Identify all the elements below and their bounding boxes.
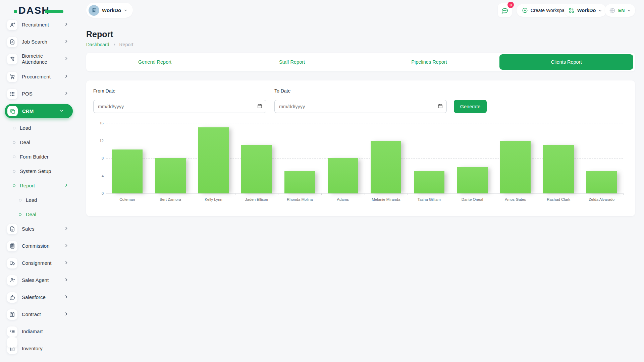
chevron-right-icon (64, 74, 68, 80)
x-axis-category-label: Adams (321, 197, 365, 201)
sidebar-item-indiamart[interactable]: Indiamart (0, 324, 77, 339)
sidebar-item-form-builder[interactable]: Form Builder (0, 150, 77, 164)
sidebar-item-sales[interactable]: Sales (0, 222, 77, 236)
breadcrumb-dashboard-link[interactable]: Dashboard (86, 42, 109, 47)
bar-jaden-ellison[interactable] (241, 145, 272, 193)
bar-adams[interactable] (328, 158, 358, 193)
x-axis-tick (149, 193, 149, 195)
sidebar-item-label: Deal (26, 212, 65, 218)
tab-staff-report[interactable]: Staff Report (223, 53, 361, 71)
app-switcher-label: WorkDo (577, 8, 596, 13)
sidebar-item-label: Report (20, 183, 59, 189)
chevron-down-icon (59, 108, 64, 114)
bullet-icon (13, 156, 15, 158)
sidebar-item-label: Procurement (22, 74, 61, 80)
bullet-icon (13, 141, 15, 144)
sidebar-item-label: System Setup (20, 168, 59, 174)
sidebar-item-system-setup[interactable]: System Setup (0, 164, 77, 178)
sidebar-item-commission[interactable]: Commission (0, 239, 77, 253)
chevron-right-icon (64, 243, 68, 249)
logo-accent-dot (14, 10, 17, 13)
bullet-icon (13, 127, 15, 129)
bullet-icon (19, 213, 21, 216)
x-axis-category-label: Coleman (106, 197, 149, 201)
bar-rashad-clark[interactable] (543, 145, 574, 193)
sidebar-item-deal[interactable]: Deal (0, 207, 77, 222)
x-axis-tick (580, 193, 580, 195)
x-axis-category-label: Amos Gates (494, 197, 537, 201)
y-axis-tick-label: 4 (90, 174, 104, 178)
language-code: EN (618, 8, 625, 13)
sidebar-item-label: Consignment (22, 260, 61, 266)
x-axis-tick (278, 193, 278, 195)
bar-rhonda-molina[interactable] (284, 171, 315, 193)
chevron-right-icon (64, 183, 68, 189)
sidebar-item-crm[interactable]: CRM (5, 104, 73, 118)
bar-bert-zamora[interactable] (155, 158, 185, 193)
x-axis-tick (537, 193, 537, 195)
sidebar-item-sales-agent[interactable]: Sales Agent (0, 273, 77, 287)
file-icon (7, 224, 17, 234)
x-axis-category-label: Melanie Miranda (365, 197, 408, 201)
sidebar-item-label: CRM (22, 108, 62, 114)
bar-zelda-alvarado[interactable] (586, 171, 617, 193)
sidebar-item-label: Sales (22, 226, 61, 232)
workspace-switcher[interactable]: WorkDo (86, 3, 133, 18)
tab-clients-report[interactable]: Clients Report (499, 54, 633, 70)
chevron-down-icon (627, 9, 631, 12)
bar-dante-oneal[interactable] (457, 167, 487, 193)
app-switcher[interactable]: WorkDo (564, 4, 606, 17)
building-icon (91, 7, 97, 13)
create-workspace-label: Create Workspace (531, 8, 570, 13)
x-axis-tick (192, 193, 192, 195)
sidebar-item-label: Form Builder (20, 154, 59, 160)
sidebar-item-pos[interactable]: POS (0, 87, 77, 101)
thumbs-up-icon (7, 292, 17, 303)
list-icon (7, 326, 17, 337)
bar-coleman[interactable] (112, 149, 143, 193)
sidebar-item-consignment[interactable]: Consignment (0, 256, 77, 270)
workspace-avatar (89, 5, 99, 16)
sidebar-item-job-search[interactable]: Job Search (0, 35, 77, 49)
tab-general-report[interactable]: General Report (86, 53, 223, 71)
sidebar-item-label: Deal (20, 139, 59, 145)
sidebar-item-salesforce[interactable]: Salesforce (0, 290, 77, 304)
breadcrumb: Dashboard Report (86, 42, 635, 47)
sidebar-item-label: Lead (20, 125, 59, 131)
bar-amos-gates[interactable] (500, 141, 531, 194)
fingerprint-icon (7, 54, 17, 64)
x-axis-category-label: Rashad Clark (537, 197, 580, 201)
copy-icon (7, 106, 18, 116)
cart-icon (7, 72, 17, 82)
sidebar-item-label: Sales Agent (22, 277, 61, 283)
truck-icon (7, 258, 17, 268)
sidebar-item-procurement[interactable]: Procurement (0, 70, 77, 84)
bar-tasha-gilliam[interactable] (414, 171, 444, 193)
sidebar-item-contract[interactable]: Contract (0, 307, 77, 321)
bar-melanie-miranda[interactable] (371, 141, 401, 194)
x-axis-category-label: Tasha Gilliam (408, 197, 451, 201)
sidebar-item-deal[interactable]: Deal (0, 135, 77, 149)
sidebar-item-lead[interactable]: Lead (0, 193, 77, 207)
language-selector[interactable]: EN (605, 4, 635, 17)
x-axis-category-label: Kelly Lynn (192, 197, 235, 201)
tab-pipelines-report[interactable]: Pipelines Report (361, 53, 498, 71)
sidebar-item-lead[interactable]: Lead (0, 121, 77, 135)
logo-accent-bar (45, 10, 63, 13)
report-card: From Date To Date Generate 0481216Colema… (86, 80, 635, 216)
chevron-right-icon (64, 91, 68, 97)
bar-kelly-lynn[interactable] (198, 127, 229, 193)
x-axis-tick (235, 193, 235, 195)
x-axis-tick (106, 193, 106, 195)
sidebar-item-label: Contract (22, 311, 61, 317)
sidebar-item-report[interactable]: Report (0, 179, 77, 193)
y-axis-tick-label: 0 (90, 191, 104, 195)
y-axis-tick-label: 12 (90, 139, 104, 143)
sidebar-item-biometric-attendance[interactable]: Biometric Attendance (0, 52, 77, 66)
messages-button[interactable]: 0 (498, 3, 512, 17)
x-axis-tick (321, 193, 322, 195)
x-axis-tick (408, 193, 408, 195)
sidebar-item-recruitment[interactable]: Recruitment (0, 19, 77, 32)
breadcrumb-current: Report (119, 42, 133, 47)
sidebar-item-label: Lead (26, 197, 65, 203)
